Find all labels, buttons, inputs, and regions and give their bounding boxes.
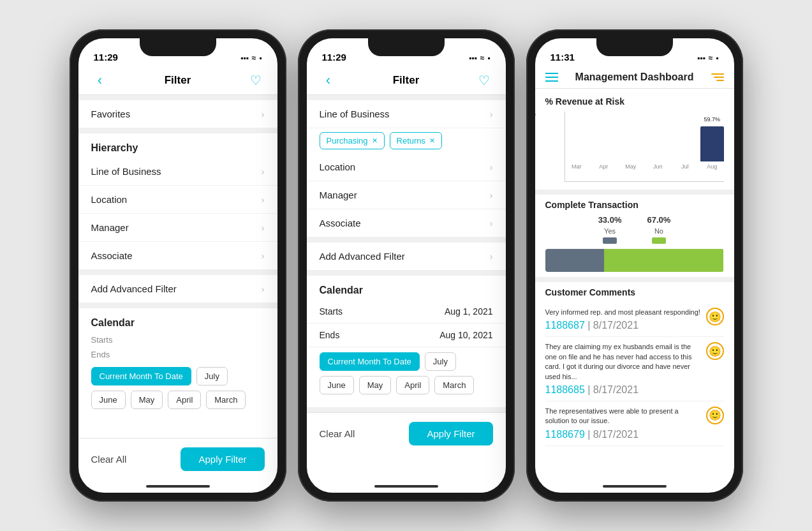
location-item-1[interactable]: Location ›: [78, 186, 277, 214]
associate-chevron-2: ›: [490, 218, 493, 228]
apply-filter-button-2[interactable]: Apply Filter: [409, 422, 492, 445]
manager-item-1[interactable]: Manager ›: [78, 214, 277, 242]
phone-3: 11:31 ▪▪▪ ≈ ▪ Management Dashboard: [526, 29, 743, 502]
bar-jul: Jul: [674, 112, 697, 170]
back-button-1[interactable]: ‹: [91, 71, 109, 89]
starts-row-2: Starts Aug 1, 2021: [307, 300, 506, 324]
bar-may-label: May: [625, 163, 636, 170]
progress-yes-segment: [545, 249, 604, 272]
comment-meta-1: 1188687 | 8/17/2021: [545, 320, 701, 331]
status-time-2: 11:29: [322, 52, 346, 63]
lob-header-2[interactable]: Line of Business ›: [307, 100, 506, 128]
smiley-1: 🙂: [706, 308, 724, 325]
advanced-filter-chevron-1: ›: [262, 284, 265, 294]
yes-pct: 33.0%: [598, 215, 622, 225]
lob-label-2: Line of Business: [320, 108, 390, 119]
filter-icon-button[interactable]: [711, 73, 724, 81]
y-axis: 100 80 60 40 20 0: [535, 112, 536, 170]
btn-july-2[interactable]: July: [425, 352, 456, 371]
comment-item-1: Very informed rep. and most pleasant res…: [545, 303, 724, 337]
comment-id-1[interactable]: 1188687: [545, 320, 585, 331]
calendar-header-2: Calendar: [307, 276, 506, 300]
btn-april-1[interactable]: April: [168, 391, 201, 409]
comment-id-3[interactable]: 1188679: [545, 429, 585, 440]
bar-jun-label: Jun: [653, 163, 663, 170]
notch-2: [368, 38, 445, 56]
advanced-filter-chevron-2: ›: [490, 251, 493, 262]
divider-2: [78, 128, 277, 133]
btn-june-2[interactable]: June: [320, 376, 354, 394]
advanced-filter-item-1[interactable]: Add Advanced Filter ›: [78, 275, 277, 303]
scroll-content-2[interactable]: Line of Business › Purchasing ✕ Returns …: [307, 95, 506, 480]
yes-label: Yes: [604, 227, 616, 235]
manager-item-2[interactable]: Manager ›: [307, 181, 506, 209]
wifi-icon-3: ≈: [709, 54, 713, 63]
tag-purchasing[interactable]: Purchasing ✕: [320, 132, 385, 149]
home-bar-3: [603, 485, 667, 488]
btn-june-1[interactable]: June: [91, 391, 126, 409]
lob-chevron-1: ›: [262, 167, 265, 177]
clear-all-button-1[interactable]: Clear All: [91, 454, 127, 465]
ends-label-1: Ends: [78, 347, 277, 362]
notch-3: [596, 38, 673, 56]
associate-item-1[interactable]: Associate ›: [78, 242, 277, 270]
associate-item-2[interactable]: Associate ›: [307, 209, 506, 237]
btn-may-2[interactable]: May: [359, 376, 392, 394]
apply-filter-button-1[interactable]: Apply Filter: [181, 447, 264, 471]
location-item-2[interactable]: Location ›: [307, 153, 506, 181]
manager-label-2: Manager: [320, 190, 357, 200]
clear-all-button-2[interactable]: Clear All: [320, 428, 355, 439]
bar-aug-label: Aug: [707, 163, 717, 170]
comment-date-3: | 8/17/2021: [587, 429, 639, 440]
home-indicator-1: [78, 480, 277, 493]
revenue-section: % Revenue at Risk 100 80 60 40 20 0 Mar: [535, 89, 734, 190]
menu-button[interactable]: [545, 73, 558, 82]
starts-label-1: Starts: [78, 333, 277, 347]
comment-text-3: The representatives were able to present…: [545, 407, 701, 426]
btn-april-2[interactable]: April: [396, 376, 429, 394]
btn-march-1[interactable]: March: [206, 391, 246, 409]
tag-returns[interactable]: Returns ✕: [390, 132, 443, 149]
btn-current-month-1[interactable]: Current Month To Date: [91, 367, 191, 385]
y-20: 20: [535, 154, 536, 160]
comment-date-2: | 8/17/2021: [587, 384, 639, 395]
comment-id-2[interactable]: 1188685: [545, 384, 585, 395]
comment-text-block-3: The representatives were able to present…: [545, 407, 701, 440]
advanced-filter-item-2[interactable]: Add Advanced Filter ›: [307, 243, 506, 271]
signal-icon-2: ▪▪▪: [469, 54, 477, 63]
divider-1: [78, 95, 277, 100]
favorite-button-2[interactable]: ♡: [475, 71, 493, 89]
home-bar-2: [374, 485, 438, 488]
smiley-2: 🙂: [706, 342, 724, 360]
location-label-2: Location: [320, 161, 356, 172]
nav-title-2: Filter: [393, 74, 420, 87]
lob-item-1[interactable]: Line of Business ›: [78, 158, 277, 186]
comments-section: Customer Comments Very informed rep. and…: [535, 282, 734, 451]
ends-value-2: Aug 10, 2021: [439, 330, 492, 340]
bottom-actions-2: Clear All Apply Filter: [307, 412, 506, 454]
tag-returns-remove[interactable]: ✕: [429, 137, 435, 145]
btn-july-1[interactable]: July: [196, 367, 228, 385]
btn-may-1[interactable]: May: [131, 391, 163, 409]
bar-jun: Jun: [646, 112, 670, 170]
lob-chevron-2: ›: [490, 109, 493, 119]
ends-row-2: Ends Aug 10, 2021: [307, 324, 506, 347]
favorites-item[interactable]: Favorites ›: [78, 100, 277, 128]
manager-label-1: Manager: [91, 222, 129, 233]
btn-current-month-2[interactable]: Current Month To Date: [320, 352, 420, 371]
status-time-3: 11:31: [550, 52, 575, 63]
comment-meta-3: 1188679 | 8/17/2021: [545, 429, 701, 440]
battery-icon-1: ▪: [259, 54, 262, 63]
filter-line-3: [716, 80, 724, 81]
divider-2c: [307, 271, 506, 276]
tag-purchasing-remove[interactable]: ✕: [372, 137, 378, 145]
starts-label-2: Starts: [320, 306, 343, 317]
favorite-button-1[interactable]: ♡: [247, 71, 265, 89]
y-60: 60: [535, 133, 536, 138]
btn-march-2[interactable]: March: [434, 376, 474, 394]
bar-aug-fill: 59.7%: [700, 126, 724, 161]
scroll-content-1[interactable]: Favorites › Hierarchy Line of Business ›…: [78, 95, 277, 438]
scroll-content-3[interactable]: % Revenue at Risk 100 80 60 40 20 0 Mar: [535, 89, 734, 480]
bottom-actions-1: Clear All Apply Filter: [78, 438, 277, 480]
back-button-2[interactable]: ‹: [320, 71, 337, 89]
